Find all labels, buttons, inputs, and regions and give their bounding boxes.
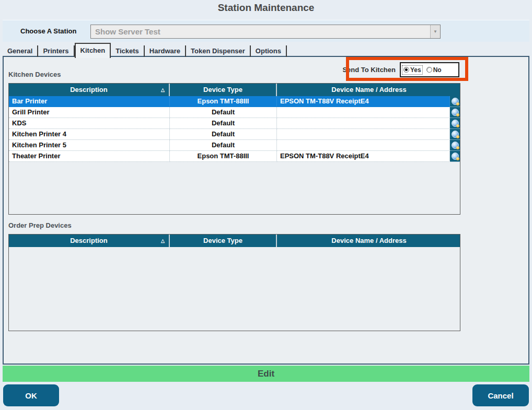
- kitchen-table-body: Bar PrinterEpson TMT-88IIIEPSON TM-T88V …: [9, 96, 460, 162]
- column-header-device-name[interactable]: Device Name / Address: [277, 84, 460, 96]
- order-prep-devices-label: Order Prep Devices: [8, 221, 72, 229]
- cell-device-name: EPSON TM-T88V ReceiptE4: [277, 96, 450, 107]
- radio-button-icon: [403, 67, 409, 73]
- radio-option-no[interactable]: No: [425, 66, 443, 74]
- page-title: Station Maintenance: [0, 2, 532, 14]
- cell-device-type: Default: [170, 129, 277, 140]
- table-row[interactable]: KDSDefault: [9, 118, 460, 129]
- cancel-button[interactable]: Cancel: [472, 384, 529, 406]
- ok-button[interactable]: OK: [3, 384, 59, 406]
- radio-option-label: No: [433, 66, 442, 74]
- cell-description: Bar Printer: [9, 96, 170, 107]
- table-row[interactable]: Theater PrinterEpson TMT-88IIIEPSON TM-T…: [9, 151, 460, 162]
- tabstrip: GeneralPrintersKitchenTicketsHardwareTok…: [3, 43, 287, 57]
- cell-device-name: EPSON TM-T88V ReceiptE4: [277, 151, 450, 162]
- column-header-label: Device Name / Address: [331, 237, 406, 244]
- sort-asc-icon: [161, 235, 165, 247]
- station-chooser-bar: Choose A Station Show Server Test: [3, 20, 529, 42]
- cell-description: Kitchen Printer 4: [9, 129, 170, 140]
- tab-tickets[interactable]: Tickets: [111, 45, 145, 57]
- cell-description: Theater Printer: [9, 151, 170, 162]
- table-row[interactable]: Bar PrinterEpson TMT-88IIIEPSON TM-T88V …: [9, 96, 460, 107]
- kitchen-devices-table: Description Device Type Device Name / Ad…: [8, 83, 460, 215]
- cell-device-name: [277, 107, 450, 118]
- cell-description: Grill Printer: [9, 107, 170, 118]
- cell-device-name: [277, 140, 450, 151]
- column-header-label: Device Type: [203, 237, 242, 244]
- chevron-down-icon[interactable]: [430, 25, 440, 38]
- order-prep-table-header: Description Device Type Device Name / Ad…: [9, 235, 460, 247]
- column-header-label: Device Name / Address: [331, 86, 406, 93]
- row-lookup-button[interactable]: [450, 107, 460, 118]
- row-lookup-button[interactable]: [450, 118, 460, 129]
- column-header-description[interactable]: Description: [9, 235, 170, 247]
- station-dropdown[interactable]: Show Server Test: [90, 25, 441, 39]
- table-row[interactable]: Kitchen Printer 4Default: [9, 129, 460, 140]
- column-header-label: Description: [70, 237, 108, 244]
- row-lookup-button[interactable]: [450, 151, 460, 162]
- column-header-device-type[interactable]: Device Type: [170, 235, 277, 247]
- radio-button-icon: [426, 67, 432, 73]
- row-lookup-button[interactable]: [450, 96, 460, 107]
- magnifier-icon: [451, 119, 460, 128]
- table-row[interactable]: Kitchen Printer 5Default: [9, 140, 460, 151]
- table-row[interactable]: Grill PrinterDefault: [9, 107, 460, 118]
- magnifier-icon: [451, 141, 460, 150]
- radio-option-yes[interactable]: Yes: [402, 66, 422, 74]
- cell-description: Kitchen Printer 5: [9, 140, 170, 151]
- choose-station-label: Choose A Station: [20, 20, 76, 42]
- column-header-device-type[interactable]: Device Type: [170, 84, 277, 96]
- station-dropdown-value: Show Server Test: [91, 27, 430, 36]
- tab-token-dispenser[interactable]: Token Dispenser: [186, 45, 251, 57]
- tab-general[interactable]: General: [3, 45, 38, 57]
- cell-device-name: [277, 129, 450, 140]
- magnifier-icon: [451, 97, 460, 106]
- radio-option-label: Yes: [410, 66, 421, 74]
- magnifier-icon: [451, 152, 460, 161]
- kitchen-tab-panel: Send To Kitchen YesNo Kitchen Devices De…: [3, 56, 529, 365]
- magnifier-icon: [451, 130, 460, 139]
- kitchen-devices-label: Kitchen Devices: [8, 71, 61, 78]
- column-header-label: Device Type: [203, 86, 242, 93]
- row-lookup-button[interactable]: [450, 140, 460, 151]
- sort-asc-icon: [161, 84, 165, 96]
- cell-device-type: Default: [170, 118, 277, 129]
- cell-device-type: Default: [170, 140, 277, 151]
- magnifier-icon: [451, 108, 460, 117]
- station-maintenance-window: Station Maintenance Choose A Station Sho…: [0, 0, 532, 410]
- cell-device-type: Epson TMT-88III: [170, 151, 277, 162]
- send-to-kitchen-label: Send To Kitchen: [286, 62, 396, 77]
- tab-options[interactable]: Options: [251, 45, 287, 57]
- column-header-description[interactable]: Description: [9, 84, 170, 96]
- cell-device-type: Epson TMT-88III: [170, 96, 277, 107]
- tab-printers[interactable]: Printers: [38, 45, 74, 57]
- row-lookup-button[interactable]: [450, 129, 460, 140]
- cell-device-type: Default: [170, 107, 277, 118]
- kitchen-table-header: Description Device Type Device Name / Ad…: [9, 84, 460, 96]
- tab-kitchen[interactable]: Kitchen: [75, 43, 111, 58]
- cell-description: KDS: [9, 118, 170, 129]
- cell-device-name: [277, 118, 450, 129]
- send-to-kitchen-radio-group: YesNo: [400, 62, 459, 77]
- tab-hardware[interactable]: Hardware: [145, 45, 186, 57]
- edit-button[interactable]: Edit: [3, 366, 529, 382]
- column-header-device-name[interactable]: Device Name / Address: [277, 235, 460, 247]
- column-header-label: Description: [70, 86, 108, 93]
- order-prep-table: Description Device Type Device Name / Ad…: [8, 234, 460, 331]
